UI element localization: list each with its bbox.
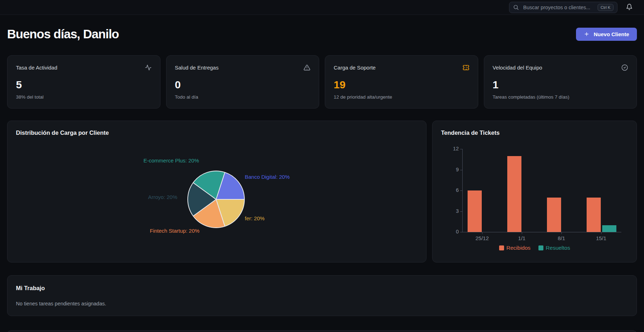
search-icon: [513, 4, 519, 10]
plus-icon: [584, 31, 589, 37]
pie-slice-label: Banco Digital: 20%: [245, 174, 290, 180]
pie-slice-label: Arroyo: 20%: [148, 194, 177, 200]
stats-row: Tasa de Actividad 5 38% del total Salud …: [7, 55, 637, 109]
topbar: Ctrl K: [0, 0, 644, 15]
stat-subtitle: Tareas completadas (últimos 7 días): [493, 94, 628, 100]
y-tick-label: 0: [441, 229, 459, 234]
notifications-button[interactable]: [625, 3, 633, 12]
bar-resueltos-15-1[interactable]: [602, 225, 616, 232]
stat-value: 1: [493, 79, 628, 90]
new-client-label: Nuevo Cliente: [594, 31, 629, 37]
bar-recibidos-15-1[interactable]: [587, 198, 601, 232]
stat-card-support-load: Carga de Soporte 19 12 de prioridad alta…: [325, 55, 478, 109]
search-box[interactable]: Ctrl K: [509, 2, 617, 13]
legend-item-recibidos: Recibidos: [499, 245, 531, 251]
bar-group-1-1: [502, 149, 542, 232]
y-tick-mark: [460, 190, 462, 191]
charts-row: Distribución de Carga por Cliente Banco …: [7, 121, 637, 262]
client-workload-panel: Distribución de Carga por Cliente Banco …: [7, 121, 426, 262]
bar-group-25-12: [463, 149, 502, 232]
stat-card-team-velocity: Velocidad del Equipo 1 Tareas completada…: [484, 55, 637, 109]
next-section-card-partial: [7, 330, 637, 332]
new-client-button[interactable]: Nuevo Cliente: [576, 28, 637, 41]
shortcut-badge: Ctrl K: [598, 4, 614, 11]
chart-legend: RecibidosResueltos: [441, 245, 628, 251]
stat-value: 0: [175, 79, 311, 90]
ticket-icon: [463, 64, 469, 71]
tickets-panel-title: Tendencia de Tickets: [441, 129, 628, 136]
pie-slice-label: E-commerce Plus: 20%: [143, 157, 199, 164]
x-tick-mark: [522, 232, 522, 234]
y-tick-mark: [460, 170, 462, 170]
x-tick-mark: [561, 232, 562, 234]
bar-plot-area: [462, 149, 621, 232]
stat-title: Salud de Entregas: [175, 65, 219, 71]
ticket-trend-chart: 25/121/18/115/1 RecibidosResueltos 03691…: [441, 141, 628, 251]
stat-title: Tasa de Actividad: [16, 65, 57, 71]
workload-panel-title: Distribución de Carga por Cliente: [16, 129, 418, 136]
legend-swatch: [499, 245, 504, 250]
my-work-panel: Mi Trabajo No tienes tareas pendientes a…: [7, 275, 637, 316]
bar-recibidos-25-12[interactable]: [468, 190, 482, 232]
alert-triangle-icon: [304, 64, 310, 71]
search-input[interactable]: [522, 4, 594, 11]
stat-value: 19: [334, 79, 469, 90]
pie-slice-label: Fintech Startup: 20%: [150, 228, 199, 234]
bell-icon: [626, 4, 633, 10]
page-header: Buenos días, Danilo Nuevo Cliente: [7, 27, 637, 41]
check-circle-icon: [621, 64, 628, 71]
y-tick-mark: [460, 149, 462, 149]
stat-card-activity: Tasa de Actividad 5 38% del total: [7, 55, 160, 109]
stat-subtitle: Todo al día: [175, 94, 311, 100]
my-work-empty-message: No tienes tareas pendientes asignadas.: [16, 301, 628, 306]
x-tick-mark: [601, 232, 601, 234]
x-tick-label: 1/1: [502, 235, 542, 241]
pie-slice-label: fer: 20%: [245, 215, 265, 221]
legend-label: Recibidos: [507, 245, 531, 251]
my-work-title: Mi Trabajo: [16, 285, 628, 292]
y-tick-label: 12: [441, 146, 459, 151]
stat-card-delivery-health: Salud de Entregas 0 Todo al día: [166, 55, 320, 109]
stat-title: Carga de Soporte: [334, 65, 375, 71]
stat-subtitle: 12 de prioridad alta/urgente: [334, 94, 469, 100]
x-axis-labels: 25/121/18/115/1: [462, 235, 621, 241]
client-workload-pie: Banco Digital: 20%fer: 20%Fintech Startu…: [16, 141, 418, 254]
legend-label: Resueltos: [546, 245, 570, 251]
x-tick-mark: [482, 232, 482, 234]
y-tick-label: 3: [441, 208, 459, 214]
activity-icon: [145, 64, 152, 71]
ticket-trend-panel: Tendencia de Tickets 25/121/18/115/1 Rec…: [432, 121, 637, 262]
legend-swatch: [538, 245, 543, 250]
x-tick-label: 25/12: [462, 235, 502, 241]
y-tick-label: 6: [441, 187, 459, 193]
bar-recibidos-1-1[interactable]: [507, 156, 521, 232]
x-tick-label: 8/1: [542, 235, 581, 241]
stat-subtitle: 38% del total: [16, 94, 152, 100]
stat-title: Velocidad del Equipo: [493, 65, 542, 71]
stat-value: 5: [16, 79, 152, 90]
pie-chart[interactable]: [184, 167, 248, 231]
legend-item-resueltos: Resueltos: [538, 245, 570, 251]
y-tick-label: 9: [441, 167, 459, 172]
y-tick-mark: [460, 232, 462, 232]
bar-recibidos-8-1[interactable]: [547, 198, 561, 232]
x-tick-label: 15/1: [581, 235, 621, 241]
page-title: Buenos días, Danilo: [7, 27, 119, 41]
bar-group-15-1: [582, 149, 621, 232]
y-tick-mark: [460, 211, 462, 212]
bar-group-8-1: [542, 149, 582, 232]
